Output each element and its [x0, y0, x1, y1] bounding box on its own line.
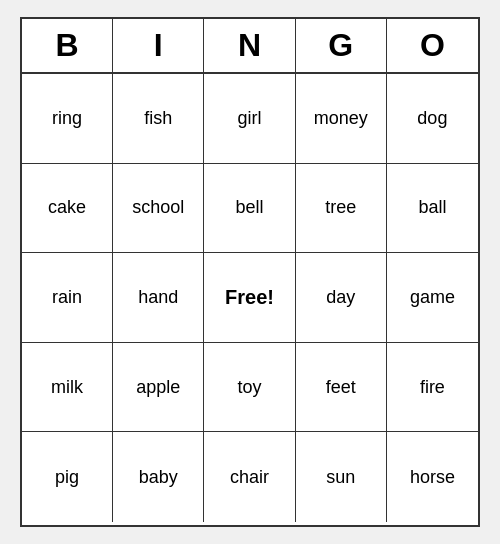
bingo-cell-4-3: sun	[296, 432, 387, 522]
bingo-grid: ringfishgirlmoneydogcakeschoolbelltreeba…	[22, 74, 478, 522]
bingo-cell-1-2: bell	[204, 164, 295, 254]
bingo-cell-2-3: day	[296, 253, 387, 343]
bingo-header: BINGO	[22, 19, 478, 74]
bingo-cell-4-4: horse	[387, 432, 478, 522]
bingo-card: BINGO ringfishgirlmoneydogcakeschoolbell…	[20, 17, 480, 527]
bingo-cell-3-4: fire	[387, 343, 478, 433]
bingo-cell-3-0: milk	[22, 343, 113, 433]
bingo-cell-3-2: toy	[204, 343, 295, 433]
bingo-cell-4-2: chair	[204, 432, 295, 522]
bingo-cell-4-1: baby	[113, 432, 204, 522]
bingo-cell-1-0: cake	[22, 164, 113, 254]
bingo-cell-0-2: girl	[204, 74, 295, 164]
header-letter-o: O	[387, 19, 478, 72]
header-letter-n: N	[204, 19, 295, 72]
bingo-cell-3-1: apple	[113, 343, 204, 433]
bingo-cell-4-0: pig	[22, 432, 113, 522]
bingo-cell-2-4: game	[387, 253, 478, 343]
bingo-cell-3-3: feet	[296, 343, 387, 433]
header-letter-b: B	[22, 19, 113, 72]
bingo-cell-1-3: tree	[296, 164, 387, 254]
bingo-cell-1-1: school	[113, 164, 204, 254]
bingo-cell-0-0: ring	[22, 74, 113, 164]
header-letter-g: G	[296, 19, 387, 72]
bingo-cell-2-2: Free!	[204, 253, 295, 343]
bingo-cell-0-1: fish	[113, 74, 204, 164]
bingo-cell-0-4: dog	[387, 74, 478, 164]
bingo-cell-0-3: money	[296, 74, 387, 164]
bingo-cell-2-0: rain	[22, 253, 113, 343]
bingo-cell-2-1: hand	[113, 253, 204, 343]
bingo-cell-1-4: ball	[387, 164, 478, 254]
header-letter-i: I	[113, 19, 204, 72]
